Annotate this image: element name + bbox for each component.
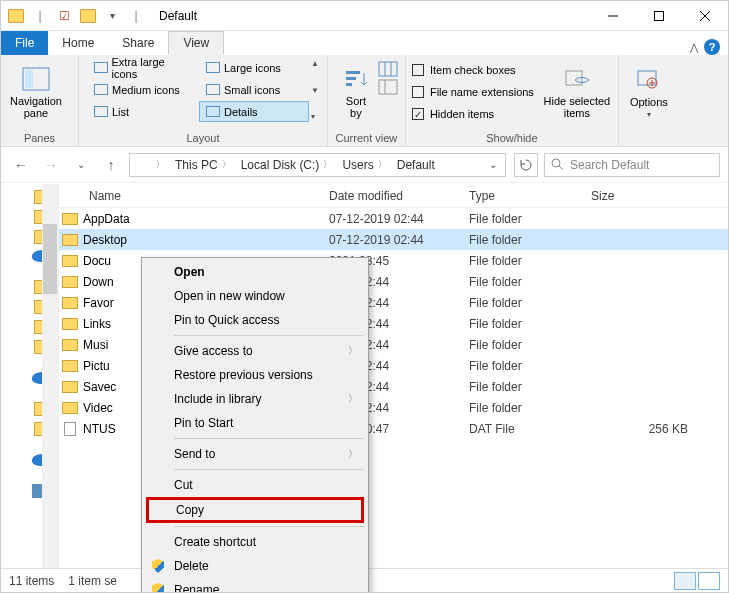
layout-list[interactable]: List (87, 101, 197, 122)
layout-group: Extra large icons Medium icons List Larg… (79, 55, 328, 146)
shield-icon (150, 558, 166, 574)
qat-divider2: | (125, 5, 147, 27)
item-check-boxes[interactable]: Item check boxes (412, 59, 534, 81)
view-tab[interactable]: View (168, 31, 224, 55)
context-menu: Open Open in new window Pin to Quick acc… (141, 257, 369, 593)
qat-folder2-icon[interactable] (77, 5, 99, 27)
layout-scroll-up-icon[interactable]: ▲ (311, 59, 319, 68)
svg-rect-12 (379, 80, 397, 94)
status-thumbnail-view-icon[interactable] (698, 572, 720, 590)
size-columns-icon[interactable] (378, 79, 398, 95)
panes-group: Navigation pane Panes (1, 55, 79, 146)
col-name[interactable]: Name (59, 189, 319, 203)
show-hide-label: Show/hide (412, 130, 612, 146)
qat-overflow[interactable]: ▾ (101, 5, 123, 27)
ctx-copy[interactable]: Copy (149, 500, 361, 520)
svg-point-19 (552, 159, 560, 167)
maximize-button[interactable] (636, 1, 682, 31)
qat-check-icon[interactable]: ☑ (53, 5, 75, 27)
svg-rect-7 (346, 77, 356, 80)
window-buttons (590, 1, 728, 31)
options-group-label (625, 142, 673, 146)
breadcrumb-local-disk[interactable]: Local Disk (C:)〉 (237, 154, 337, 176)
show-hide-group: Item check boxes File name extensions ✓H… (406, 55, 619, 146)
sort-by-label: Sort by (346, 95, 366, 119)
forward-button[interactable]: → (39, 153, 63, 177)
layout-medium[interactable]: Medium icons (87, 79, 197, 100)
recent-locations-button[interactable]: ⌄ (69, 153, 93, 177)
file-row[interactable]: AppData07-12-2019 02:44File folder (59, 208, 728, 229)
home-tab[interactable]: Home (48, 31, 108, 55)
address-bar[interactable]: 〉 This PC〉 Local Disk (C:)〉 Users〉 Defau… (129, 153, 506, 177)
file-row[interactable]: Desktop07-12-2019 02:44File folder (59, 229, 728, 250)
layout-details[interactable]: Details (199, 101, 309, 122)
ctx-send-to[interactable]: Send to〉 (144, 442, 366, 466)
svg-rect-8 (346, 83, 352, 86)
add-columns-icon[interactable] (378, 61, 398, 77)
current-view-group: Sort by Current view (328, 55, 406, 146)
quick-access-toolbar: | ☑ ▾ | (1, 5, 151, 27)
ribbon-collapse-icon[interactable]: ⋀ (690, 42, 698, 53)
ctx-give-access[interactable]: Give access to〉 (144, 339, 366, 363)
hidden-items[interactable]: ✓Hidden items (412, 103, 534, 125)
options-button[interactable]: Options ▾ (625, 57, 673, 127)
ctx-create-shortcut[interactable]: Create shortcut (144, 530, 366, 554)
ctx-pin-qa[interactable]: Pin to Quick access (144, 308, 366, 332)
ctx-include-library[interactable]: Include in library〉 (144, 387, 366, 411)
col-size[interactable]: Size (581, 189, 728, 203)
window-title: Default (159, 9, 197, 23)
navigation-pane-button[interactable]: Navigation pane (7, 57, 65, 127)
ctx-pin-start[interactable]: Pin to Start (144, 411, 366, 435)
breadcrumb-this-pc[interactable]: This PC〉 (171, 154, 235, 176)
breadcrumb-root-icon[interactable]: 〉 (132, 154, 169, 176)
ctx-delete[interactable]: Delete (144, 554, 366, 578)
hide-selected-button[interactable]: Hide selected items (542, 57, 612, 127)
ctx-restore[interactable]: Restore previous versions (144, 363, 366, 387)
back-button[interactable]: ← (9, 153, 33, 177)
options-icon (633, 66, 665, 94)
help-icon[interactable]: ? (704, 39, 720, 55)
layout-expand-icon[interactable]: ▾ (311, 112, 319, 121)
refresh-button[interactable] (514, 153, 538, 177)
options-group: Options ▾ (619, 55, 679, 146)
status-selected: 1 item se (68, 574, 117, 588)
minimize-button[interactable] (590, 1, 636, 31)
close-button[interactable] (682, 1, 728, 31)
file-name-extensions[interactable]: File name extensions (412, 81, 534, 103)
address-bar-row: ← → ⌄ ↑ 〉 This PC〉 Local Disk (C:)〉 User… (1, 147, 728, 183)
address-dropdown-icon[interactable]: ⌄ (483, 159, 503, 170)
search-input[interactable] (570, 158, 713, 172)
navigation-tree[interactable] (1, 184, 59, 568)
hide-selected-label: Hide selected items (544, 95, 611, 119)
svg-rect-5 (25, 70, 33, 88)
file-tab[interactable]: File (1, 31, 48, 55)
options-label: Options (630, 96, 668, 108)
current-view-label: Current view (334, 130, 399, 146)
layout-large[interactable]: Large icons (199, 57, 309, 78)
layout-scroll-down-icon[interactable]: ▼ (311, 86, 319, 95)
ctx-rename[interactable]: Rename (144, 578, 366, 593)
tree-scrollbar[interactable] (42, 184, 58, 568)
panes-group-label: Panes (7, 130, 72, 146)
layout-small[interactable]: Small icons (199, 79, 309, 100)
column-headers: Name Date modified Type Size (59, 184, 728, 208)
ctx-open-new[interactable]: Open in new window (144, 284, 366, 308)
breadcrumb-users[interactable]: Users〉 (338, 154, 390, 176)
layout-extra-large[interactable]: Extra large icons (87, 57, 197, 78)
share-tab[interactable]: Share (108, 31, 168, 55)
navigation-pane-icon (20, 65, 52, 93)
search-box[interactable] (544, 153, 720, 177)
svg-rect-9 (379, 62, 397, 76)
search-icon (551, 158, 564, 171)
sort-by-button[interactable]: Sort by (334, 57, 378, 127)
breadcrumb-default[interactable]: Default (393, 154, 439, 176)
svg-rect-6 (346, 71, 360, 74)
status-details-view-icon[interactable] (674, 572, 696, 590)
navigation-pane-label: Navigation pane (10, 95, 62, 119)
up-button[interactable]: ↑ (99, 153, 123, 177)
qat-folder-icon[interactable] (5, 5, 27, 27)
ctx-cut[interactable]: Cut (144, 473, 366, 497)
col-type[interactable]: Type (459, 189, 581, 203)
col-date[interactable]: Date modified (319, 189, 459, 203)
ctx-open[interactable]: Open (144, 260, 366, 284)
